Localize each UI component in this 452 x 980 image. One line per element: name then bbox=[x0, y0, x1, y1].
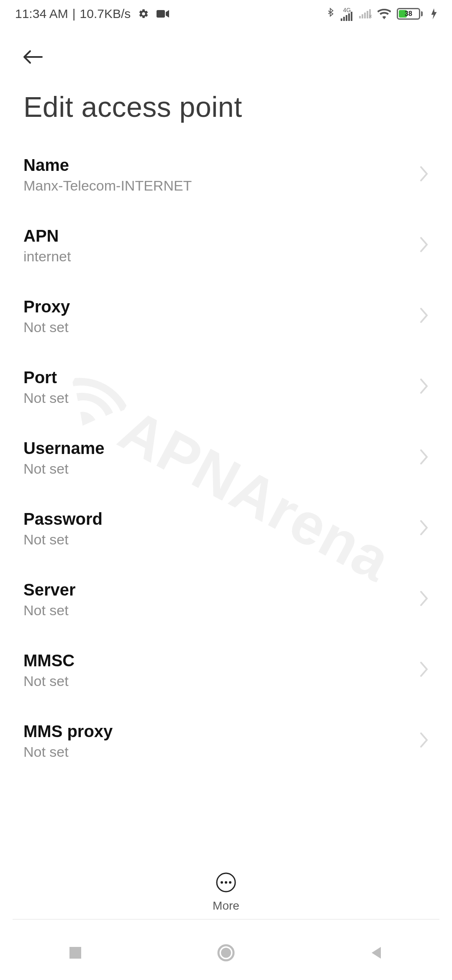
item-mmsc[interactable]: MMSC Not set bbox=[0, 635, 452, 706]
svg-rect-0 bbox=[157, 10, 165, 18]
svg-rect-6 bbox=[359, 16, 361, 18]
svg-rect-5 bbox=[351, 12, 352, 21]
item-value: Not set bbox=[23, 531, 412, 548]
item-value: Not set bbox=[23, 461, 412, 477]
status-left: 11:34 AM | 10.7KB/s bbox=[15, 7, 169, 21]
charging-icon bbox=[431, 8, 437, 19]
signal-2-icon: ✕ bbox=[359, 9, 372, 18]
svg-point-17 bbox=[221, 948, 231, 958]
item-mms-proxy[interactable]: MMS proxy Not set bbox=[0, 706, 452, 777]
svg-rect-1 bbox=[341, 18, 342, 21]
nav-back-button[interactable] bbox=[364, 940, 389, 965]
item-label: Username bbox=[23, 438, 412, 458]
settings-icon bbox=[138, 8, 149, 19]
battery-icon: 38 bbox=[397, 8, 423, 20]
chevron-right-icon bbox=[419, 732, 429, 750]
signal-1-icon: 4G bbox=[341, 7, 353, 21]
chevron-right-icon bbox=[419, 661, 429, 679]
item-value: Not set bbox=[23, 319, 412, 335]
item-apn[interactable]: APN internet bbox=[0, 211, 452, 281]
item-label: Port bbox=[23, 367, 412, 387]
item-username[interactable]: Username Not set bbox=[0, 423, 452, 494]
svg-rect-8 bbox=[364, 13, 366, 18]
wifi-icon bbox=[378, 8, 391, 19]
item-value: Not set bbox=[23, 744, 412, 760]
status-kbps: 10.7KB/s bbox=[80, 7, 131, 21]
chevron-right-icon bbox=[419, 590, 429, 609]
chevron-right-icon bbox=[419, 307, 429, 325]
battery-percent: 38 bbox=[398, 9, 419, 18]
nav-home-button[interactable] bbox=[213, 940, 239, 965]
status-bar: 11:34 AM | 10.7KB/s 4G ✕ bbox=[0, 0, 452, 28]
circle-icon bbox=[217, 944, 235, 962]
chevron-right-icon bbox=[419, 236, 429, 255]
square-icon bbox=[68, 945, 83, 960]
arrow-left-icon bbox=[21, 49, 46, 65]
chevron-right-icon bbox=[419, 449, 429, 467]
item-value: internet bbox=[23, 248, 412, 265]
chevron-right-icon bbox=[419, 519, 429, 538]
triangle-left-icon bbox=[369, 945, 384, 960]
status-sep: | bbox=[72, 7, 76, 21]
svg-rect-7 bbox=[362, 14, 363, 18]
item-label: Server bbox=[23, 580, 412, 600]
item-value: Not set bbox=[23, 673, 412, 689]
chevron-right-icon bbox=[419, 378, 429, 396]
item-value: Not set bbox=[23, 390, 412, 406]
bluetooth-icon bbox=[326, 8, 335, 20]
item-label: MMSC bbox=[23, 650, 412, 671]
status-right: 4G ✕ 38 bbox=[326, 7, 437, 21]
settings-list[interactable]: Name Manx-Telecom-INTERNET APN internet … bbox=[0, 127, 452, 923]
chevron-right-icon bbox=[419, 165, 429, 184]
svg-rect-15 bbox=[69, 947, 81, 959]
item-name[interactable]: Name Manx-Telecom-INTERNET bbox=[0, 140, 452, 211]
item-label: Name bbox=[23, 155, 412, 175]
camera-icon bbox=[157, 9, 169, 18]
page-title: Edit access point bbox=[0, 74, 452, 127]
item-proxy[interactable]: Proxy Not set bbox=[0, 281, 452, 352]
item-password[interactable]: Password Not set bbox=[0, 494, 452, 565]
system-navbar bbox=[0, 926, 452, 980]
item-value: Not set bbox=[23, 602, 412, 619]
back-button[interactable] bbox=[17, 40, 50, 74]
status-time: 11:34 AM bbox=[15, 7, 68, 21]
svg-rect-3 bbox=[346, 15, 347, 21]
svg-rect-4 bbox=[348, 13, 350, 21]
item-value: Manx-Telecom-INTERNET bbox=[23, 178, 412, 194]
item-port[interactable]: Port Not set bbox=[0, 352, 452, 423]
item-server[interactable]: Server Not set bbox=[0, 565, 452, 635]
item-label: APN bbox=[23, 226, 412, 246]
nav-recents-button[interactable] bbox=[63, 940, 88, 965]
item-label: Proxy bbox=[23, 297, 412, 317]
no-signal-x: ✕ bbox=[368, 13, 372, 19]
svg-rect-2 bbox=[343, 17, 345, 21]
item-label: MMS proxy bbox=[23, 721, 412, 741]
item-label: Password bbox=[23, 509, 412, 529]
